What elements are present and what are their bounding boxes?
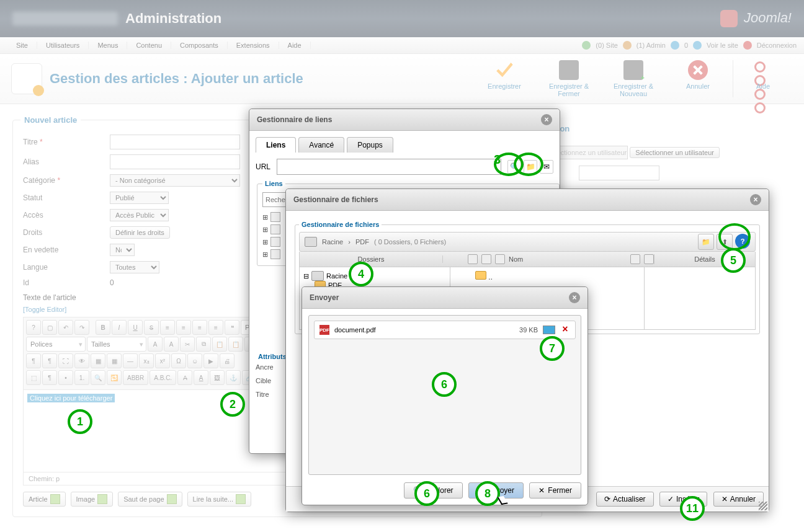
access-select[interactable]: Accès Public [110,209,169,221]
alias-input[interactable] [110,154,240,169]
insert-button[interactable]: ✓ Insérer [659,492,707,507]
editor-new-icon[interactable]: ▢ [42,320,57,335]
up-folder-icon[interactable] [475,271,486,280]
editor-media-icon[interactable]: ▶ [203,353,218,368]
editor-find-icon[interactable]: 🔍 [91,370,105,385]
editor-rtl-icon[interactable]: ¶ [42,353,57,368]
editor-anchor-icon[interactable]: ⚓ [226,370,241,385]
editor-print-icon[interactable]: 🖨 [220,353,234,368]
editor-bold-icon[interactable]: B [96,320,110,335]
menu-site[interactable]: Site [7,42,37,49]
upload-close-icon[interactable]: × [569,292,580,303]
editor-paste-text-icon[interactable]: 📋 [228,337,243,352]
menu-components[interactable]: Composants [171,42,228,49]
url-input[interactable] [277,159,501,175]
resize-grip[interactable] [759,502,767,510]
editor-abbr-icon[interactable]: ABBR [123,370,148,385]
view-list-icon[interactable] [481,254,491,264]
view-site-link[interactable]: Voir le site [707,42,738,49]
path-root[interactable]: Racine [322,238,343,246]
editor-cut-icon[interactable]: ✂ [180,337,195,352]
editor-underline-icon[interactable]: U [128,320,143,335]
view-grid-icon[interactable] [495,254,505,264]
editor-help-icon[interactable]: ? [26,320,41,335]
editor-showblocks-icon[interactable]: ⬚ [26,370,41,385]
editor-strike-icon[interactable]: S̶ [144,320,159,335]
editor-table-row-icon[interactable]: ▦ [107,353,122,368]
browse-button[interactable]: 🔍 Explorer [404,482,463,499]
editor-ul-icon[interactable]: • [58,370,73,385]
insert-pagebreak-button[interactable]: Saut de page [118,492,182,507]
editor-ins-icon[interactable]: A [194,370,208,385]
editor-italic-icon[interactable]: I [112,320,127,335]
select-all-icon[interactable] [468,254,478,264]
featured-select[interactable]: Non [110,244,135,256]
send-button[interactable]: ⬆ Envoyer [468,482,524,499]
editor-bgcolor-icon[interactable]: A [164,337,179,352]
menu-content[interactable]: Contenu [127,42,171,49]
editor-del-icon[interactable]: A̶ [177,370,192,385]
menu-menus[interactable]: Menus [89,42,127,49]
sort-icon[interactable] [630,254,640,264]
editor-font-select[interactable]: Polices [26,337,86,352]
tab-links[interactable]: Liens [256,137,296,153]
rights-button[interactable]: Définir les droits [110,226,170,239]
insert-article-button[interactable]: Article [23,492,66,507]
link-manager-close-icon[interactable]: × [541,114,552,125]
link-search-icon[interactable]: 🔍 [507,160,521,174]
editor-visual-icon[interactable]: ¶ [42,370,57,385]
editor-paste-icon[interactable]: 📋 [212,337,227,352]
editor-redo-icon[interactable]: ↷ [74,320,89,335]
new-folder-icon[interactable]: 📁 [698,234,714,250]
lang-select[interactable]: Toutes [110,261,159,273]
path-pdf[interactable]: PDF [355,238,369,246]
editor-ltr-icon[interactable]: ¶ [26,353,41,368]
upload-file-icon[interactable]: ⬆ [717,234,733,250]
editor-hr-icon[interactable]: — [123,353,138,368]
save-new-button[interactable]: Enregistrer & Nouveau [604,60,663,97]
category-select[interactable]: - Non catégorisé [110,174,240,187]
fm-cancel-button[interactable]: ✕ Annuler [713,492,764,507]
editor-align-right-icon[interactable]: ≡ [192,320,207,335]
help-button[interactable]: Aide [733,60,793,97]
editor-abc-icon[interactable]: A.B.C. [150,370,176,385]
rightcol-input2[interactable] [579,166,659,180]
site-count[interactable]: (0) Site [596,42,617,49]
title-input[interactable] [110,135,240,149]
editor-sub-icon[interactable]: x₂ [139,353,154,368]
link-browse-icon[interactable]: 📁 [524,160,537,174]
insert-readmore-button[interactable]: Lire la suite... [187,492,251,507]
file-manager-close-icon[interactable]: × [750,194,761,205]
sort2-icon[interactable] [644,254,654,264]
editor-image-icon[interactable]: 🖼 [210,370,225,385]
editor-size-select[interactable]: Tailles [87,337,146,352]
select-user-button[interactable]: Sélectionner un utilisateur [630,147,720,158]
file-manager-help-icon[interactable]: ? [735,234,750,249]
refresh-button[interactable]: ⟳ Actualiser [596,492,654,507]
admin-count[interactable]: (1) Admin [636,42,666,49]
save-button[interactable]: Enregistrer [475,60,534,97]
editor-preview-icon[interactable]: 👁 [74,353,89,368]
tab-advanced[interactable]: Avancé [298,137,344,153]
message-count[interactable]: 0 [684,42,688,49]
editor-align-center-icon[interactable]: ≡ [176,320,191,335]
logout-link[interactable]: Déconnexion [757,42,797,49]
editor-align-left-icon[interactable]: ≡ [160,320,175,335]
tab-popups[interactable]: Popups [347,137,393,153]
editor-char-icon[interactable]: Ω [171,353,186,368]
editor-table-icon[interactable]: ▦ [91,353,105,368]
editor-sup-icon[interactable]: x² [155,353,170,368]
editor-quote-icon[interactable]: ❝ [225,320,239,335]
insert-image-button[interactable]: Image [71,492,114,507]
editor-fullscreen-icon[interactable]: ⛶ [58,353,73,368]
save-close-button[interactable]: Enregistrer & Fermer [539,60,599,97]
menu-help[interactable]: Aide [279,42,311,49]
cancel-button[interactable]: Annuler [668,60,728,97]
editor-emoticon-icon[interactable]: ☺ [187,353,202,368]
upload-remove-icon[interactable]: × [560,325,570,335]
status-select[interactable]: Publié [110,192,169,204]
close-button[interactable]: ✕ Fermer [529,482,581,499]
editor-color-icon[interactable]: A [148,337,163,352]
editor-justify-icon[interactable]: ≡ [208,320,223,335]
link-mail-icon[interactable]: ✉ [540,160,553,174]
